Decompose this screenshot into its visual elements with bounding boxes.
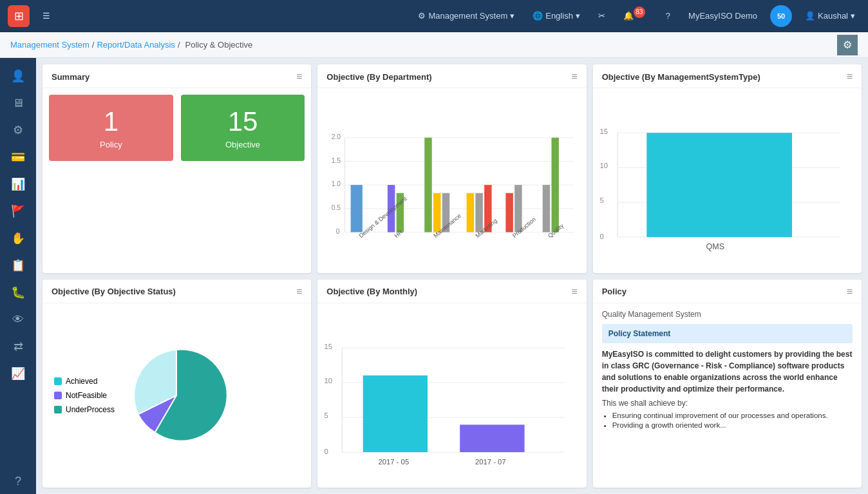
svg-text:1.0: 1.0 (332, 180, 341, 187)
policy-list: Ensuring continual improvement of our pr… (612, 412, 853, 429)
objective-status-body: Achieved NotFeasible UnderProcess (42, 303, 311, 488)
summary-card: Summary ≡ 1 Policy 15 Objective (42, 64, 311, 273)
mgt-bar-chart: 0 5 10 15 QMS (598, 91, 856, 271)
svg-rect-16 (467, 193, 474, 233)
policy-menu[interactable]: ≡ (847, 286, 853, 298)
sidebar-item-card[interactable]: 💳 (4, 144, 32, 170)
legend-underprocess: UnderProcess (54, 405, 115, 414)
achieved-label: Achieved (66, 377, 97, 386)
svg-text:1.5: 1.5 (332, 157, 341, 164)
policy-subtext: This we shall achieve by: (602, 399, 853, 408)
summary-title: Summary (52, 72, 90, 82)
sidebar-item-monitor[interactable]: 🖥 (4, 90, 32, 116)
nav-menu-icon[interactable]: ☰ (37, 8, 55, 23)
svg-rect-17 (476, 193, 483, 233)
objective-monthly-body: 0 5 10 15 2017 - 05 2017 - 07 (317, 303, 586, 488)
tools-icon[interactable]: ✂ (593, 8, 610, 23)
demo-name: MyEasyISO Demo (683, 8, 762, 23)
objective-dept-menu[interactable]: ≡ (571, 71, 577, 82)
main-layout: 👤 🖥 ⚙ 💳 📊 🚩 ✋ 📋 🐛 👁 ⇄ 📈 ? Summary ≡ 1 Po… (0, 58, 868, 494)
settings-button[interactable]: ⚙ (837, 35, 858, 55)
objective-mgt-card: Objective (By ManagementSystemType) ≡ 0 … (593, 64, 862, 273)
svg-text:15: 15 (325, 342, 333, 350)
sidebar-item-bug[interactable]: 🐛 (4, 280, 32, 305)
objective-monthly-header: Objective (By Monthly) ≡ (317, 280, 586, 303)
summary-header: Summary ≡ (42, 64, 311, 88)
content-grid: Summary ≡ 1 Policy 15 Objective Objectiv… (36, 58, 868, 494)
svg-text:0.5: 0.5 (332, 204, 341, 211)
sidebar-item-network[interactable]: ⚙ (4, 117, 32, 143)
policy-title: Policy (602, 287, 627, 296)
objective-mgt-header: Objective (By ManagementSystemType) ≡ (593, 64, 862, 88)
sidebar: 👤 🖥 ⚙ 💳 📊 🚩 ✋ 📋 🐛 👁 ⇄ 📈 ? (0, 58, 36, 494)
svg-rect-20 (514, 185, 522, 232)
breadcrumb: Management System / Report/Data Analysis… (0, 32, 868, 58)
svg-rect-21 (543, 185, 550, 232)
policy-section: Quality Management System (602, 310, 853, 319)
svg-text:2017 - 05: 2017 - 05 (379, 457, 410, 465)
sidebar-item-user[interactable]: 👤 (4, 63, 32, 89)
sidebar-item-trend[interactable]: 📈 (4, 361, 32, 386)
monthly-bar-chart: 0 5 10 15 2017 - 05 2017 - 07 (323, 306, 581, 486)
svg-rect-52 (363, 375, 428, 451)
underprocess-dot (54, 406, 62, 413)
brand: ⊞ (8, 5, 30, 27)
notfeasible-label: NotFeasible (66, 391, 107, 400)
svg-text:10: 10 (599, 162, 608, 169)
sidebar-item-eye[interactable]: 👁 (4, 307, 32, 332)
policy-main-text: MyEasyISO is committed to delight custom… (602, 348, 853, 395)
sidebar-item-hand[interactable]: ✋ (4, 225, 32, 251)
objective-monthly-title: Objective (By Monthly) (326, 287, 417, 296)
sidebar-item-flag[interactable]: 🚩 (4, 198, 32, 224)
pie-chart-svg (125, 344, 228, 447)
svg-rect-14 (433, 193, 440, 233)
svg-text:10: 10 (325, 377, 333, 385)
sidebar-item-help[interactable]: ? (4, 468, 32, 494)
pie-legend: Achieved NotFeasible UnderProcess (54, 377, 115, 414)
logo: 50 (770, 5, 792, 27)
brand-icon[interactable]: ⊞ (8, 5, 30, 27)
breadcrumb-current: Policy & Objective (185, 40, 253, 50)
summary-boxes: 1 Policy 15 Objective (42, 88, 311, 167)
management-system-menu[interactable]: ⚙ Management System ▾ (413, 8, 520, 23)
svg-text:15: 15 (599, 128, 608, 135)
objective-dept-header: Objective (By Department) ≡ (317, 64, 586, 88)
policy-header: Policy ≡ (593, 280, 862, 303)
sidebar-item-clipboard[interactable]: 📋 (4, 252, 32, 278)
policy-body: Quality Management System Policy Stateme… (593, 303, 862, 488)
notifications[interactable]: 🔔 83 (618, 8, 653, 24)
policy-list-item-1: Ensuring continual improvement of our pr… (612, 412, 853, 419)
svg-text:2.0: 2.0 (332, 133, 341, 140)
svg-text:0: 0 (599, 233, 603, 240)
objective-mgt-title: Objective (By ManagementSystemType) (602, 72, 760, 82)
sidebar-item-chart[interactable]: 📊 (4, 171, 32, 197)
legend-notfeasible: NotFeasible (54, 391, 115, 400)
objective-box: 15 Objective (181, 95, 305, 161)
svg-rect-10 (351, 185, 363, 232)
policy-statement-box: Policy Statement (602, 324, 853, 343)
objective-dept-card: Objective (By Department) ≡ 0 0.5 1.0 1.… (317, 64, 586, 273)
help-icon[interactable]: ? (661, 8, 675, 23)
language-menu[interactable]: 🌐 English ▾ (527, 8, 585, 23)
svg-rect-13 (425, 138, 432, 233)
breadcrumb-management[interactable]: Management System (10, 40, 90, 50)
svg-rect-38 (646, 133, 792, 237)
sidebar-item-transfer[interactable]: ⇄ (4, 334, 32, 359)
user-menu[interactable]: 👤 Kaushal ▾ (800, 8, 860, 23)
svg-text:0: 0 (325, 447, 328, 455)
objective-monthly-card: Objective (By Monthly) ≡ 0 5 10 15 (317, 280, 586, 488)
objective-mgt-menu[interactable]: ≡ (847, 71, 853, 82)
objective-status-title: Objective (By Objective Status) (52, 287, 176, 296)
objective-dept-title: Objective (By Department) (326, 72, 431, 82)
svg-rect-53 (460, 424, 525, 452)
policy-box: 1 Policy (49, 95, 173, 161)
dept-bar-chart: 0 0.5 1.0 1.5 2.0 (323, 91, 581, 271)
underprocess-label: UnderProcess (66, 405, 115, 414)
objective-status-menu[interactable]: ≡ (296, 286, 302, 298)
summary-menu-icon[interactable]: ≡ (296, 71, 302, 82)
svg-rect-22 (552, 138, 559, 233)
objective-monthly-menu[interactable]: ≡ (571, 286, 577, 298)
policy-statement-label: Policy Statement (609, 329, 671, 338)
breadcrumb-report[interactable]: Report/Data Analysis (97, 40, 175, 50)
policy-list-item-2: Providing a growth oriented work... (612, 421, 853, 429)
